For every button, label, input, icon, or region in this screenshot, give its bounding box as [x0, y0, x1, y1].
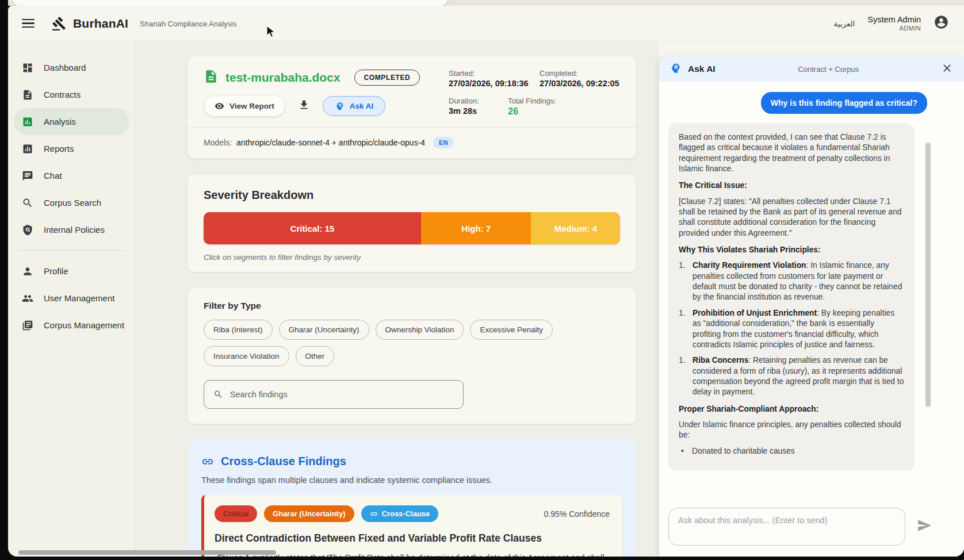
- view-report-button[interactable]: View Report: [204, 95, 285, 117]
- filter-title: Filter by Type: [204, 301, 620, 311]
- sidebar-item-label: Profile: [44, 266, 68, 276]
- sidebar-item-label: Chat: [44, 171, 62, 181]
- completed-label: Completed:: [540, 69, 620, 78]
- finding-badge-gharar-uncertainty-: Gharar (Uncertainty): [264, 505, 354, 522]
- ask-ai-title: Ask AI: [688, 64, 716, 74]
- finding-badge-cross-clause: Cross-Clause: [361, 505, 439, 522]
- sidebar-item-internal-policies[interactable]: Internal Policies: [8, 216, 135, 243]
- browser-tab-edge: [13, 0, 447, 6]
- sidebar-item-contracts[interactable]: Contracts: [8, 81, 135, 108]
- search-findings-box: [204, 380, 464, 409]
- finding-badge-critical: Critical: [215, 505, 257, 522]
- sidebar-item-dashboard[interactable]: Dashboard: [8, 54, 135, 81]
- sidebar: DashboardContractsAnalysisReportsChatCor…: [8, 41, 136, 557]
- search-icon: [213, 389, 223, 400]
- download-icon[interactable]: [298, 99, 310, 113]
- sidebar-item-reports[interactable]: Reports: [8, 135, 135, 162]
- policy-icon: [22, 224, 33, 236]
- ai-response-block: 1.Prohibition of Unjust Enrichment: By k…: [679, 308, 904, 350]
- filter-chip-ownership-violation[interactable]: Ownership Violation: [376, 320, 464, 340]
- ai-response-block: Proper Shariah-Compliant Approach:: [679, 404, 904, 415]
- sidebar-divider: [17, 250, 126, 251]
- severity-segment-high[interactable]: High: 7: [421, 212, 531, 244]
- chat-input[interactable]: [668, 508, 905, 546]
- chat-input-bar: [659, 501, 964, 557]
- filter-chip-gharar-uncertainty-[interactable]: Gharar (Uncertainty): [279, 320, 369, 340]
- finding-card[interactable]: CriticalGharar (Uncertainty)Cross-Clause…: [201, 495, 622, 557]
- sidebar-item-label: Analysis: [44, 117, 76, 126]
- sidebar-item-corpus-search[interactable]: Corpus Search: [8, 189, 135, 216]
- document-icon: [204, 69, 219, 86]
- close-icon[interactable]: [942, 63, 952, 76]
- search-findings-input[interactable]: [230, 390, 454, 399]
- severity-card: Severity Breakdown Critical: 15High: 7Me…: [188, 175, 636, 272]
- ask-ai-mode: Contract + Corpus: [716, 65, 942, 74]
- severity-segment-critical[interactable]: Critical: 15: [204, 212, 421, 244]
- cross-clause-subtitle: These findings span multiple clauses and…: [201, 475, 622, 485]
- app-header: BurhanAI Shariah Compliance Analysis الع…: [8, 6, 964, 41]
- severity-hint: Click on segments to filter findings by …: [204, 253, 620, 262]
- severity-segment-medium[interactable]: Medium: 4: [531, 212, 620, 244]
- link-icon: [201, 455, 214, 468]
- ai-response-block: [Clause 7.2] states: "All penalties coll…: [679, 197, 904, 239]
- sidebar-item-corpus-management[interactable]: Corpus Management: [8, 312, 135, 339]
- total-findings-label: Total Findings:: [508, 97, 620, 105]
- cross-clause-section: Cross-Clause Findings These findings spa…: [188, 440, 636, 557]
- dashboard-icon: [22, 62, 33, 74]
- completed-value: 27/03/2026, 09:22:05: [540, 79, 620, 88]
- analysis-meta: Started: Completed: 27/03/2026, 09:18:36…: [449, 69, 620, 117]
- total-findings-value: 26: [508, 106, 620, 117]
- ask-ai-header: Ask AI Contract + Corpus: [659, 56, 964, 82]
- sidebar-item-label: Corpus Management: [44, 320, 124, 330]
- filter-chip-riba-interest-[interactable]: Riba (Interest): [204, 320, 273, 340]
- contracts-icon: [22, 89, 33, 101]
- sidebar-item-label: Dashboard: [44, 63, 86, 72]
- search-icon: [22, 197, 33, 209]
- filter-chip-other[interactable]: Other: [296, 346, 335, 366]
- group-icon: [22, 293, 33, 304]
- finding-title: Direct Contradiction Between Fixed and V…: [215, 532, 610, 544]
- brand: BurhanAI Shariah Compliance Analysis: [52, 16, 236, 31]
- sidebar-item-chat[interactable]: Chat: [8, 162, 135, 189]
- horizontal-scrollbar[interactable]: [18, 550, 276, 555]
- analysis-summary-card: test-murabaha.docx COMPLETED View Report: [188, 56, 636, 159]
- ai-response-block: Based on the context provided, I can see…: [679, 132, 904, 174]
- sidebar-item-analysis[interactable]: Analysis: [14, 108, 129, 135]
- main-content: test-murabaha.docx COMPLETED View Report: [136, 41, 659, 557]
- ask-ai-button[interactable]: Ask AI: [323, 96, 386, 116]
- models-value: anthropic/claude-sonnet-4 + anthropic/cl…: [236, 138, 425, 147]
- started-value: 27/03/2026, 09:18:36: [449, 79, 535, 88]
- psychology-icon: [670, 62, 682, 76]
- file-name: test-murabaha.docx: [225, 71, 341, 85]
- language-badge: EN: [433, 137, 454, 148]
- ai-response-bubble: Based on the context provided, I can see…: [668, 123, 915, 471]
- status-badge: COMPLETED: [354, 70, 420, 86]
- filter-card: Filter by Type Riba (Interest)Gharar (Un…: [188, 288, 636, 424]
- ai-response-block: •Donated to charitable causes: [679, 446, 904, 457]
- user-message-bubble: Why is this finding flagged as critical?: [761, 92, 927, 114]
- filter-chip-insurance-violation[interactable]: Insurance Violation: [204, 346, 289, 366]
- avatar-icon[interactable]: [934, 14, 949, 32]
- sidebar-item-user-management[interactable]: User Management: [8, 285, 135, 312]
- screen: BurhanAI Shariah Compliance Analysis الع…: [0, 0, 964, 560]
- language-switch[interactable]: العربية: [833, 19, 855, 28]
- sidebar-item-label: Contracts: [44, 90, 81, 99]
- models-label: Models:: [204, 138, 232, 147]
- menu-icon[interactable]: [22, 19, 35, 28]
- ai-response-block: The Critical Issue:: [679, 181, 904, 191]
- sidebar-item-profile[interactable]: Profile: [8, 258, 135, 285]
- confidence-value: 0.95% Confidence: [544, 509, 610, 519]
- filter-chip-excessive-penalty[interactable]: Excessive Penalty: [470, 320, 553, 340]
- app-window: BurhanAI Shariah Compliance Analysis الع…: [8, 6, 964, 557]
- started-label: Started:: [449, 69, 535, 78]
- chat-icon: [22, 170, 33, 182]
- ai-response-block: Why This Violates Shariah Principles:: [679, 245, 904, 255]
- ask-ai-panel: Ask AI Contract + Corpus Why is this fin…: [659, 56, 964, 557]
- library-icon: [22, 320, 33, 331]
- send-icon[interactable]: [917, 518, 932, 535]
- chat-scrollbar[interactable]: [925, 143, 931, 407]
- analysis-icon: [22, 116, 33, 128]
- user-role: ADMIN: [867, 25, 921, 33]
- user-block: System Admin ADMIN: [867, 14, 921, 33]
- filter-chips: Riba (Interest)Gharar (Uncertainty)Owner…: [204, 320, 620, 366]
